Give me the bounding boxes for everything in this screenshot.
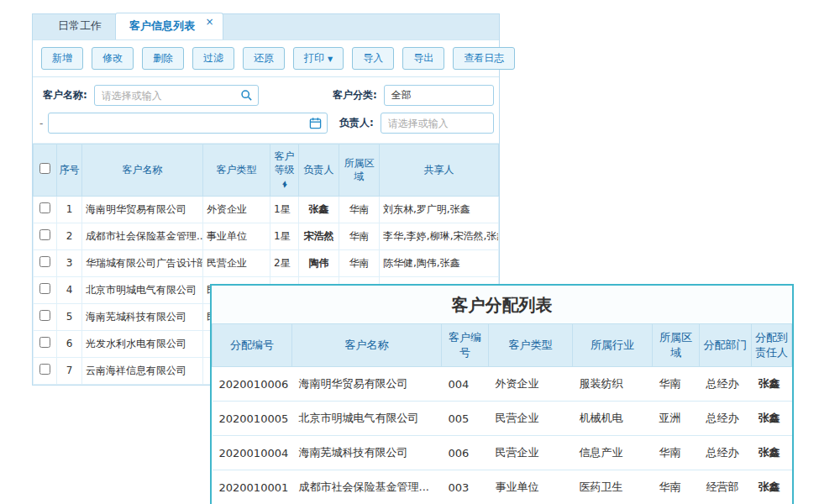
customer-type-cell: 民营企业 — [489, 436, 573, 470]
alloc-no-link[interactable]: 2020010006 — [213, 367, 292, 402]
print-button[interactable]: 打印▼ — [293, 47, 344, 70]
alloc-no-link[interactable]: 2020010001 — [213, 470, 292, 504]
row-number: 4 — [57, 276, 82, 303]
view-log-button[interactable]: 查看日志 — [453, 47, 515, 70]
row-checkbox[interactable] — [39, 229, 50, 240]
edit-button[interactable]: 修改 — [92, 47, 134, 70]
date-input[interactable] — [48, 113, 328, 134]
filter-button[interactable]: 过滤 — [192, 47, 234, 70]
table-row: 2020010001 成都市社会保险基金管理... 003 事业单位 医药卫生 … — [213, 470, 792, 504]
owner-link[interactable]: 陶伟 — [299, 249, 339, 276]
header-select-all — [34, 144, 57, 197]
row-number: 7 — [57, 357, 82, 384]
tab-daily-work[interactable]: 日常工作 — [45, 13, 115, 39]
region-cell: 华南 — [653, 470, 700, 504]
alloc-no-link[interactable]: 2020010005 — [213, 402, 292, 436]
region-cell: 华南 — [339, 249, 380, 276]
table-row: 2 成都市社会保险基金管理... 事业单位 1星 宋浩然 华南 李华,李婷,柳琳… — [34, 223, 499, 249]
row-checkbox[interactable] — [39, 283, 50, 294]
header-customer-name: 客户名称 — [292, 324, 442, 367]
owner-link[interactable]: 宋浩然 — [299, 223, 339, 249]
table-header-row: 序号 客户名称 客户类型 客户等级 ▲▼ 负责人 所属区域 共享人 — [34, 144, 499, 197]
customer-name-link[interactable]: 光发水利水电有限公司 — [82, 330, 203, 357]
export-button[interactable]: 导出 — [402, 47, 444, 70]
sort-icon[interactable]: ▲▼ — [282, 181, 286, 187]
customer-no-cell: 003 — [442, 470, 489, 504]
row-checkbox[interactable] — [39, 256, 50, 267]
header-customer-level: 客户等级 ▲▼ — [270, 144, 299, 197]
customer-no-cell: 004 — [442, 367, 489, 402]
owner-label: 负责人: — [339, 116, 374, 130]
dept-cell: 总经办 — [700, 367, 752, 402]
row-number: 1 — [57, 196, 82, 223]
assignee-link[interactable]: 张鑫 — [752, 470, 792, 504]
import-button[interactable]: 导入 — [352, 47, 394, 70]
header-customer-level-label: 客户等级 — [275, 150, 295, 176]
dropdown-caret-icon: ▼ — [328, 55, 333, 63]
customer-category-label: 客户分类: — [333, 88, 377, 102]
allocation-panel-title: 客户分配列表 — [212, 286, 792, 323]
header-shared: 共享人 — [380, 144, 499, 197]
alloc-no-link[interactable]: 2020010004 — [213, 436, 292, 470]
customer-name-link[interactable]: 成都市社会保险基金管理... — [82, 223, 203, 249]
row-checkbox[interactable] — [39, 364, 50, 375]
header-dept: 分配部门 — [700, 324, 752, 367]
assignee-link[interactable]: 张鑫 — [752, 402, 792, 436]
industry-cell: 信息产业 — [573, 436, 653, 470]
restore-button[interactable]: 还原 — [243, 47, 285, 70]
table-row: 2020010006 海南明华贸易有限公司 004 外资企业 服装纺织 华南 总… — [213, 367, 792, 402]
header-customer-type: 客户类型 — [489, 324, 573, 367]
date-range-separator: - — [39, 118, 43, 129]
filter-area: 客户名称: 客户分类: - — [33, 77, 499, 144]
delete-button[interactable]: 删除 — [142, 47, 184, 70]
allocation-table: 分配编号 客户名称 客户编号 客户类型 所属行业 所属区域 分配部门 分配到责任… — [212, 323, 792, 504]
calendar-icon[interactable] — [309, 117, 322, 129]
row-number: 3 — [57, 249, 82, 276]
customer-name-label: 客户名称: — [43, 88, 87, 102]
search-icon[interactable] — [240, 89, 253, 102]
customer-type-cell: 民营企业 — [203, 249, 270, 276]
customer-name-link[interactable]: 北京市明城电气有限公司 — [82, 276, 203, 303]
header-owner: 负责人 — [299, 144, 339, 197]
owner-input[interactable] — [381, 113, 494, 134]
customer-level-cell: 1星 — [270, 196, 299, 223]
customer-name-link[interactable]: 海南芜城科技有限公司 — [292, 436, 442, 470]
customer-type-cell: 外资企业 — [203, 196, 270, 223]
row-checkbox[interactable] — [39, 337, 50, 348]
customer-name-link[interactable]: 海南明华贸易有限公司 — [292, 367, 442, 402]
select-all-checkbox[interactable] — [39, 163, 50, 174]
industry-cell: 机械机电 — [573, 402, 653, 436]
customer-no-cell: 006 — [442, 436, 489, 470]
row-checkbox[interactable] — [39, 310, 50, 321]
header-industry: 所属行业 — [573, 324, 653, 367]
assignee-link[interactable]: 张鑫 — [752, 436, 792, 470]
customer-name-link[interactable]: 海南明华贸易有限公司 — [82, 196, 203, 223]
new-button[interactable]: 新增 — [41, 47, 83, 70]
table-row: 2020010004 海南芜城科技有限公司 006 民营企业 信息产业 华南 总… — [213, 436, 792, 470]
customer-name-link[interactable]: 北京市明城电气有限公司 — [292, 402, 442, 436]
dept-cell: 经营部 — [700, 470, 752, 504]
header-assignee: 分配到责任人 — [752, 324, 792, 367]
customer-name-link[interactable]: 华瑞城有限公司广告设计部 — [82, 249, 203, 276]
tab-customer-info-list[interactable]: 客户信息列表 × — [115, 13, 223, 39]
industry-cell: 医药卫生 — [573, 470, 653, 504]
customer-name-link[interactable]: 云南海祥信息有限公司 — [82, 357, 203, 384]
header-num: 序号 — [57, 144, 82, 197]
assignee-link[interactable]: 张鑫 — [752, 367, 792, 402]
customer-name-link[interactable]: 成都市社会保险基金管理... — [292, 470, 442, 504]
table-row: 3 华瑞城有限公司广告设计部 民营企业 2星 陶伟 华南 陈华健,陶伟,张鑫 — [34, 249, 499, 276]
close-icon[interactable]: × — [206, 16, 214, 28]
customer-name-input[interactable] — [94, 85, 259, 106]
owner-link[interactable]: 张鑫 — [299, 196, 339, 223]
shared-cell: 李华,李婷,柳琳,宋浩然,张鑫 — [380, 223, 499, 249]
dept-cell: 总经办 — [700, 436, 752, 470]
shared-cell: 陈华健,陶伟,张鑫 — [380, 249, 499, 276]
customer-level-cell: 1星 — [270, 223, 299, 249]
region-cell: 华南 — [339, 223, 380, 249]
region-cell: 华南 — [339, 196, 380, 223]
customer-category-select[interactable] — [384, 85, 494, 106]
header-alloc-no: 分配编号 — [213, 324, 292, 367]
row-number: 6 — [57, 330, 82, 357]
customer-name-link[interactable]: 海南芜城科技有限公司 — [82, 303, 203, 330]
row-checkbox[interactable] — [39, 202, 50, 213]
